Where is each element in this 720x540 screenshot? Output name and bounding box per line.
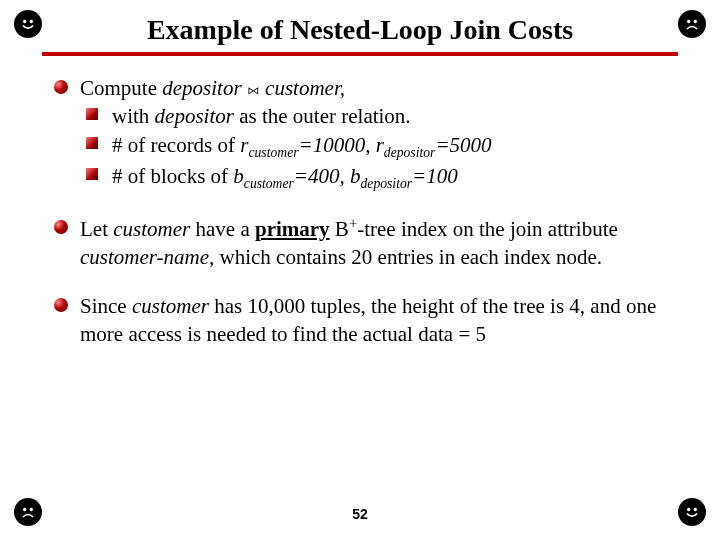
text: customer [132,294,209,318]
bullet-2: Let customer have a primary B+-tree inde… [54,214,672,272]
sad-icon [678,10,706,38]
text: =10000, [299,133,376,157]
subscript: depositor [361,176,413,191]
text: Compute [80,76,162,100]
text: depositor [155,104,234,128]
slide-title: Example of Nested-Loop Join Costs [0,14,720,46]
text: have a [190,217,255,241]
smile-icon [14,10,42,38]
text: which contains 20 entries in each index … [214,245,602,269]
text: customer [113,217,190,241]
text: Let [80,217,113,241]
subscript: depositor [384,145,436,160]
bullet-1-3: # of blocks of bcustomer=400, bdepositor… [86,162,672,194]
text: customer, [265,76,345,100]
page-number: 52 [0,506,720,522]
svg-point-4 [687,20,690,23]
text: B [330,217,349,241]
text: b [233,164,244,188]
svg-point-0 [19,15,37,33]
text: =5000 [435,133,491,157]
bullet-1: Compute depositor ⨝ customer, with depos… [54,74,672,194]
svg-point-2 [30,20,33,23]
bullet-1-2: # of records of rcustomer=10000, rdeposi… [86,131,672,163]
svg-point-1 [23,20,26,23]
text: with [112,104,155,128]
text: =100 [412,164,458,188]
subscript: customer [244,176,294,191]
text: -tree index on the join attribute [357,217,618,241]
title-rule [42,52,678,56]
bullet-1-1: with depositor as the outer relation. [86,102,672,130]
svg-point-5 [694,20,697,23]
text: # of blocks of [112,164,233,188]
text: b [350,164,361,188]
text: Since [80,294,132,318]
text: =400, [294,164,350,188]
text: customer-name, [80,245,214,269]
slide-content: Compute depositor ⨝ customer, with depos… [0,74,720,348]
text: primary [255,217,330,241]
text: depositor [162,76,241,100]
bullet-3: Since customer has 10,000 tuples, the he… [54,292,672,349]
text: r [376,133,384,157]
subscript: customer [248,145,298,160]
join-symbol: ⨝ [242,76,266,100]
svg-point-3 [683,15,701,33]
text: as the outer relation. [234,104,411,128]
text: # of records of [112,133,240,157]
superscript: + [349,215,357,231]
